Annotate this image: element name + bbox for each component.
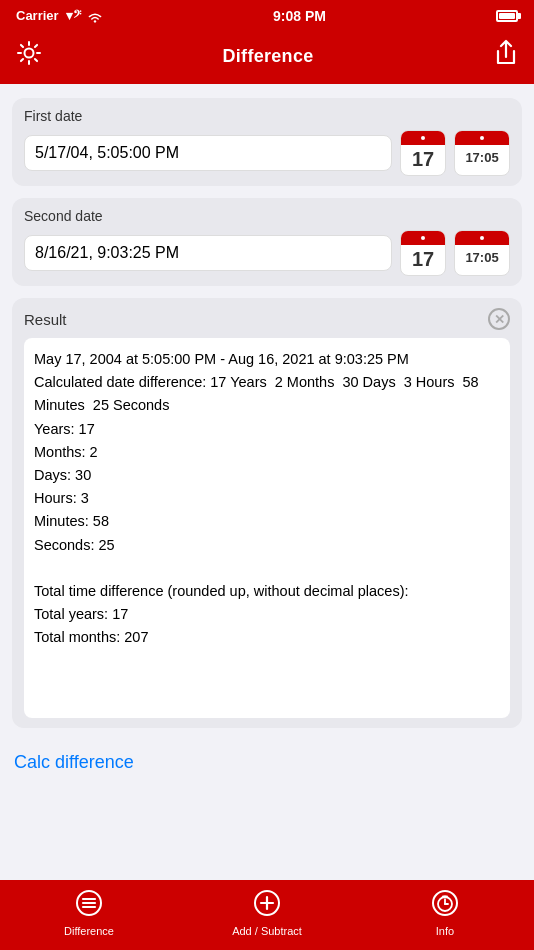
first-date-card: First date 5/17/04, 5:05:00 PM 17 17:05 [12, 98, 522, 186]
second-date-calendar-button[interactable]: 17 [400, 230, 446, 276]
svg-point-1 [25, 49, 34, 58]
calc-button-row: Calc difference [0, 742, 534, 781]
second-date-input[interactable]: 8/16/21, 9:03:25 PM [24, 235, 392, 271]
second-date-row: 8/16/21, 9:03:25 PM 17 17:05 [24, 230, 510, 276]
nav-item-add-subtract[interactable]: Add / Subtract [217, 889, 317, 937]
battery-indicator [496, 10, 518, 22]
first-date-label: First date [24, 108, 510, 124]
result-header: Result ✕ [24, 308, 510, 330]
nav-item-difference[interactable]: Difference [39, 889, 139, 937]
svg-point-0 [94, 20, 96, 22]
first-date-input[interactable]: 5/17/04, 5:05:00 PM [24, 135, 392, 171]
carrier-text: Carrier ▾𝄢 [16, 8, 103, 24]
second-date-label: Second date [24, 208, 510, 224]
result-text: May 17, 2004 at 5:05:00 PM - Aug 16, 202… [34, 348, 500, 649]
result-body: May 17, 2004 at 5:05:00 PM - Aug 16, 202… [24, 338, 510, 718]
first-date-time-value: 17:05 [465, 145, 498, 165]
result-close-button[interactable]: ✕ [488, 308, 510, 330]
status-bar: Carrier ▾𝄢 9:08 PM [0, 0, 534, 32]
app-header: Difference [0, 32, 534, 84]
first-date-cal-number: 17 [412, 145, 434, 169]
add-subtract-icon [253, 889, 281, 921]
result-label: Result [24, 311, 67, 328]
share-icon[interactable] [494, 39, 518, 73]
bottom-navigation: Difference Add / Subtract Info [0, 880, 534, 950]
status-time: 9:08 PM [273, 8, 326, 24]
page-title: Difference [222, 46, 313, 67]
first-date-row: 5/17/04, 5:05:00 PM 17 17:05 [24, 130, 510, 176]
nav-label-add-subtract: Add / Subtract [232, 925, 302, 937]
first-date-calendar-button[interactable]: 17 [400, 130, 446, 176]
calc-difference-button[interactable]: Calc difference [14, 748, 134, 777]
info-icon [431, 889, 459, 921]
result-card: Result ✕ May 17, 2004 at 5:05:00 PM - Au… [12, 298, 522, 728]
settings-gear-icon[interactable] [16, 40, 42, 72]
second-date-cal-number: 17 [412, 245, 434, 269]
wifi-icon: ▾𝄢 [66, 8, 81, 23]
difference-icon [75, 889, 103, 921]
first-date-time-button[interactable]: 17:05 [454, 130, 510, 176]
second-date-time-value: 17:05 [465, 245, 498, 265]
nav-label-info: Info [436, 925, 454, 937]
second-date-time-button[interactable]: 17:05 [454, 230, 510, 276]
battery-icon [496, 10, 518, 22]
second-date-card: Second date 8/16/21, 9:03:25 PM 17 17:05 [12, 198, 522, 286]
nav-item-info[interactable]: Info [395, 889, 495, 937]
nav-label-difference: Difference [64, 925, 114, 937]
main-content: First date 5/17/04, 5:05:00 PM 17 17:05 … [0, 84, 534, 742]
